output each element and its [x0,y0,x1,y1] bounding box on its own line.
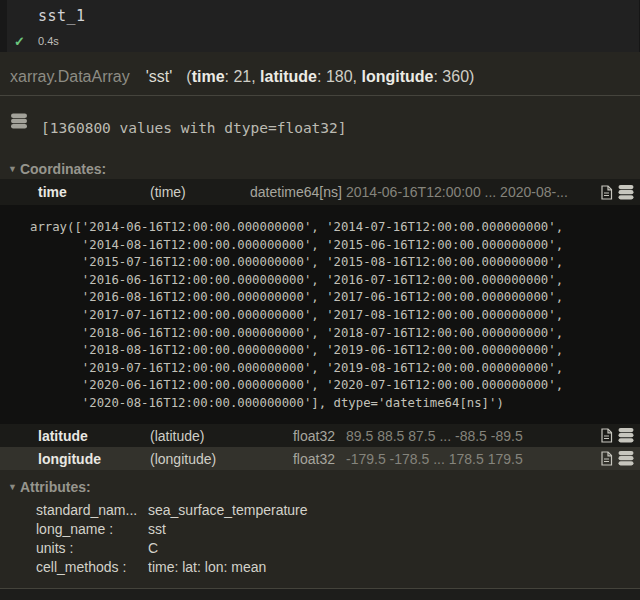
cell-output-area: xarray.DataArray'sst'(time: 21, latitude… [0,52,640,588]
attr-key: standard_nam... [36,502,148,518]
dataarray-var-name: 'sst' [146,68,173,85]
attr-row-long-name: long_name : sst [0,519,640,538]
code-editor-line[interactable]: sst_1 [38,7,86,25]
coord-dims: (latitude) [150,428,250,444]
success-check-icon: ✓ [14,34,38,49]
attr-key: long_name : [36,521,148,537]
attr-value: C [148,540,158,556]
header-divider [0,95,640,96]
attributes-doc-icon[interactable] [600,451,613,466]
attributes-section-toggle[interactable]: ▼ Attributes: [0,478,640,496]
collapse-triangle-icon: ▼ [8,482,17,492]
attr-row-cell-methods: cell_methods : time: lat: lon: mean [0,557,640,576]
coord-preview: 89.5 88.5 87.5 ... -88.5 -89.5 [346,428,600,444]
database-icon[interactable] [618,428,634,443]
cell-gutter [0,0,7,52]
database-icon[interactable] [618,451,634,466]
coord-dtype: float32 [250,428,335,444]
coord-preview: 2014-06-16T12:00:00 ... 2020-08-... [346,184,600,200]
time-array-text: array(['2014-06-16T12:00:00.000000000', … [0,205,640,413]
values-preview: [1360800 values with dtype=float32] [41,120,347,136]
coord-name: longitude [38,451,150,467]
coord-row-longitude: longitude (longitude) float32 -179.5 -17… [0,447,640,470]
coord-row-latitude: latitude (latitude) float32 89.5 88.5 87… [0,424,640,447]
dataarray-dims: (time: 21, latitude: 180, longitude: 360… [186,68,474,85]
attr-key: cell_methods : [36,559,148,575]
dataarray-type-label: xarray.DataArray [10,68,130,85]
next-cell-edge [0,588,640,600]
attr-value: sst [148,521,166,537]
attributes-doc-icon[interactable] [600,428,613,443]
database-icon[interactable] [10,113,28,129]
coord-name: time [38,184,150,200]
attr-key: units : [36,540,148,556]
coord-preview: -179.5 -178.5 ... 178.5 179.5 [346,451,600,467]
coord-dims: (longitude) [150,451,250,467]
coord-name: latitude [38,428,150,444]
coord-row-time: time (time) datetime64[ns] 2014-06-16T12… [0,179,640,205]
coord-dtype: float32 [250,451,335,467]
notebook-code-cell: sst_1 ✓ 0.4s [0,0,640,52]
attr-row-units: units : C [0,538,640,557]
dataarray-header: xarray.DataArray'sst'(time: 21, latitude… [0,52,640,88]
attr-row-standard-name: standard_nam... sea_surface_temperature [0,500,640,519]
attr-value: time: lat: lon: mean [148,559,266,575]
collapse-triangle-icon: ▼ [8,164,17,174]
coord-dims: (time) [150,184,250,200]
coordinates-section-toggle[interactable]: ▼ Coordinates: [0,160,640,178]
coord-dtype: datetime64[ns] [250,184,335,200]
database-icon[interactable] [618,185,634,200]
time-array-data: array(['2014-06-16T12:00:00.000000000', … [0,205,640,424]
attributes-list: standard_nam... sea_surface_temperature … [0,500,640,576]
attr-value: sea_surface_temperature [148,502,308,518]
attributes-doc-icon[interactable] [600,185,613,200]
execution-time: 0.4s [38,35,59,47]
